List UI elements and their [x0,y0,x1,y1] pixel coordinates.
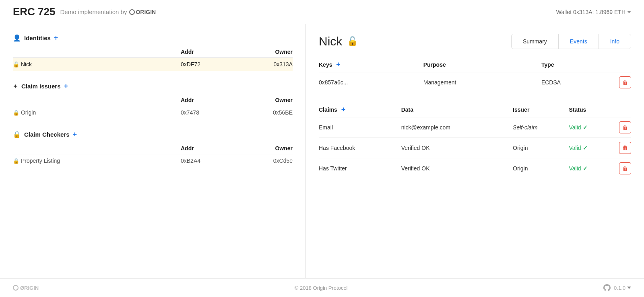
claim-issuers-header: ✦ Claim Issuers + [13,82,293,90]
footer-copyright: © 2018 Origin Protocol [295,285,348,291]
tab-info[interactable]: Info [599,34,631,49]
status-badge: Valid ✓ [569,124,611,131]
claims-add-button[interactable]: + [341,105,346,113]
keys-section: Keys + Purpose Type 0x857a6c... Manageme… [319,57,631,92]
footer-right: 0.1.0 [603,284,631,291]
key-row: 0x857a6c... Management ECDSA 🗑 [319,72,631,93]
footer-origin-circle [13,285,19,291]
claim-row-claim: Has Twitter [319,158,401,179]
claim-row-status: Valid ✓ [569,158,611,179]
claim-checker-row-owner: 0xCd5e [237,154,293,168]
claim-row-status: Valid ✓ [569,117,611,138]
claim-checkers-header: 🔒 Claim Checkers + [13,130,293,139]
claims-section: Claims + Data Issuer Status Email nick@e… [319,102,631,178]
claims-col-status: Status [569,102,611,117]
footer-logo: ØRIGIN [13,285,39,291]
lock-icon: 🔒 [13,158,19,164]
claim-checker-row-addr: 0xB2A4 [181,154,237,168]
version-chevron-icon [627,287,631,289]
claim-row-issuer: Origin [513,158,569,179]
claims-col-claim: Claims + [319,102,401,117]
claim-issuers-section: ✦ Claim Issuers + Addr Owner 🔒 Origin [13,82,293,119]
key-row-type: ECDSA [541,72,611,93]
tab-events[interactable]: Events [559,34,599,49]
claim-checkers-add-button[interactable]: + [73,130,77,139]
claim-row-delete-cell: 🗑 [611,138,631,158]
tab-summary[interactable]: Summary [512,34,559,49]
claim-issuers-col-name [13,94,181,106]
claim-issuers-col-owner: Owner [235,94,293,106]
claim-row-issuer: Origin [513,138,569,158]
claim-checker-row[interactable]: 🔒 Property Listing 0xB2A4 0xCd5e [13,154,293,168]
app-title: ERC 725 [13,6,56,18]
main-content: 👤 Identities + Addr Owner 🔓 Nick 0xDF [0,24,644,278]
claim-row-data: nick@example.com [401,117,513,138]
origin-logo: ORIGIN [129,9,156,15]
claims-col-data: Data [401,102,513,117]
github-icon [603,284,611,291]
keys-col-key: Keys + [319,57,423,72]
claim-checker-row-name: 🔒 Property Listing [13,154,181,168]
claims-col-delete [611,102,631,117]
claim-row-data: Verified OK [401,158,513,179]
identity-row[interactable]: 🔓 Nick 0xDF72 0x313A [13,58,293,71]
lock-icon: 🔒 [13,110,19,116]
header: ERC 725 Demo implementation by ORIGIN Wa… [0,0,644,24]
claim-row-delete-cell: 🗑 [611,158,631,179]
status-badge: Valid ✓ [569,145,611,151]
header-left: ERC 725 Demo implementation by ORIGIN [13,6,156,18]
identities-section: 👤 Identities + Addr Owner 🔓 Nick 0xDF [13,34,293,71]
app-subtitle: Demo implementation by ORIGIN [60,8,156,15]
left-panel: 👤 Identities + Addr Owner 🔓 Nick 0xDF [0,24,306,278]
status-badge: Valid ✓ [569,165,611,172]
wallet-info[interactable]: Wallet 0x313A: 1.8969 ETH [556,9,631,15]
key-row-delete-cell: 🗑 [611,72,631,93]
claim-row-claim: Email [319,117,401,138]
keys-col-delete [611,57,631,72]
key-row-purpose: Management [423,72,541,93]
identities-col-owner: Owner [237,46,293,58]
keys-col-type: Type [541,57,611,72]
identity-unlock-icon: 🔓 [347,36,358,47]
identities-col-addr: Addr [181,46,237,58]
claim-checkers-section: 🔒 Claim Checkers + Addr Owner 🔒 Property… [13,130,293,167]
claim-issuers-table: Addr Owner 🔒 Origin 0x7478 0x56BE [13,94,293,119]
claim-row-issuer: Self-claim [513,117,569,138]
claim-row-delete-cell: 🗑 [611,117,631,138]
claim-row-data: Verified OK [401,138,513,158]
keys-add-button[interactable]: + [336,60,341,68]
claim-issuer-row-addr: 0x7478 [181,106,235,119]
identities-table: Addr Owner 🔓 Nick 0xDF72 0x313A [13,46,293,71]
claim-delete-button[interactable]: 🗑 [619,162,631,174]
key-row-key: 0x857a6c... [319,72,423,93]
claim-row: Has Twitter Verified OK Origin Valid ✓ 🗑 [319,158,631,179]
identity-name: Nick [319,35,342,48]
identity-header: Nick 🔓 Summary Events Info [319,34,631,49]
claim-issuer-row[interactable]: 🔒 Origin 0x7478 0x56BE [13,106,293,119]
claim-delete-button[interactable]: 🗑 [619,142,631,154]
claim-checkers-table: Addr Owner 🔒 Property Listing 0xB2A4 0xC… [13,143,293,167]
identity-row-addr: 0xDF72 [181,58,237,71]
detail-tabs: Summary Events Info [511,34,631,49]
identities-add-button[interactable]: + [54,34,58,42]
key-delete-button[interactable]: 🗑 [619,76,631,88]
claim-checkers-col-addr: Addr [181,143,237,154]
claim-checkers-icon: 🔒 [13,131,21,138]
claim-issuer-row-owner: 0x56BE [235,106,293,119]
identities-icon: 👤 [13,34,21,42]
unlock-icon: 🔓 [13,61,19,68]
claim-row: Has Facebook Verified OK Origin Valid ✓ … [319,138,631,158]
claim-issuers-add-button[interactable]: + [64,82,68,90]
claims-col-issuer: Issuer [513,102,569,117]
version-dropdown[interactable]: 0.1.0 [614,285,631,291]
keys-table: Keys + Purpose Type 0x857a6c... Manageme… [319,57,631,92]
keys-col-purpose: Purpose [423,57,541,72]
claim-row-status: Valid ✓ [569,138,611,158]
footer: ØRIGIN © 2018 Origin Protocol 0.1.0 [0,278,644,297]
wallet-dropdown-icon [627,11,631,13]
claim-delete-button[interactable]: 🗑 [619,121,631,133]
claim-checkers-col-owner: Owner [237,143,293,154]
claims-table: Claims + Data Issuer Status Email nick@e… [319,102,631,178]
claim-issuer-row-name: 🔒 Origin [13,106,181,119]
claim-checkers-col-name [13,143,181,154]
